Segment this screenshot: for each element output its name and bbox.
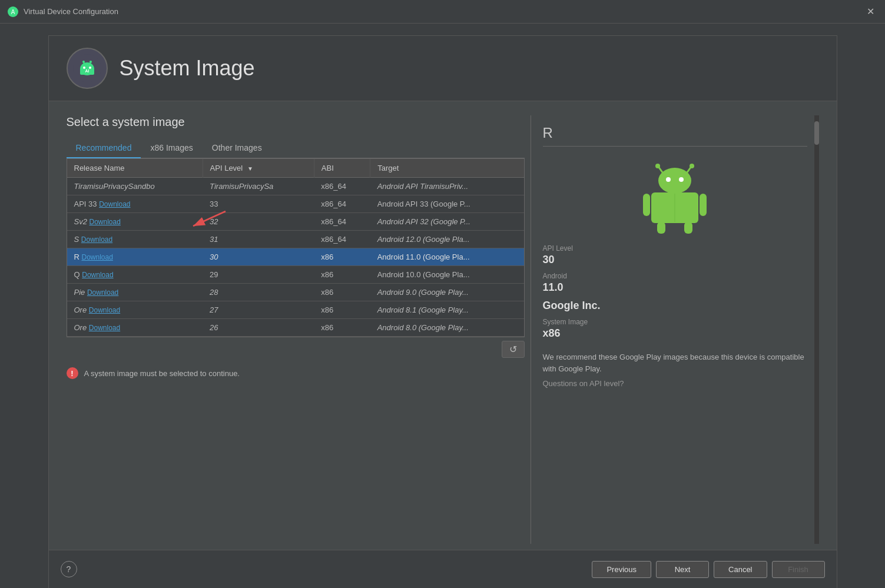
title-bar-left: A Virtual Device Configuration — [7, 6, 118, 18]
svg-point-18 — [658, 168, 691, 194]
cell-target: Android API TiramisuPriv... — [370, 178, 524, 195]
table-row[interactable]: Sv2 Download32x86_64Android API 32 (Goog… — [67, 213, 524, 231]
svg-point-6 — [89, 67, 91, 69]
table-footer: ↺ — [67, 337, 525, 361]
cancel-button[interactable]: Cancel — [714, 561, 767, 578]
api-question-text: Questions on API level? — [543, 379, 807, 388]
download-link[interactable]: Download — [87, 288, 118, 297]
scrollbar-track[interactable] — [814, 115, 819, 544]
close-button[interactable]: ✕ — [863, 5, 878, 18]
android-robot-icon — [639, 158, 710, 235]
svg-rect-23 — [700, 194, 707, 216]
help-button[interactable]: ? — [61, 561, 77, 577]
sort-arrow-icon: ▼ — [247, 165, 253, 172]
title-bar-title: Virtual Device Configuration — [24, 7, 118, 16]
download-link[interactable]: Download — [89, 324, 120, 332]
system-image-label: System Image — [543, 318, 807, 326]
download-link[interactable]: Download — [89, 306, 120, 314]
table-row[interactable]: Pie Download28x86Android 9.0 (Google Pla… — [67, 284, 524, 301]
cell-abi: x86_64 — [314, 213, 370, 231]
cell-release-name: R Download — [67, 248, 203, 266]
cell-target: Android 10.0 (Google Pla... — [370, 266, 524, 284]
system-images-table: Release Name API Level ▼ ABI Target Tira… — [67, 159, 524, 337]
cell-api-level: 33 — [203, 195, 314, 213]
cell-target: Android 8.1 (Google Play... — [370, 301, 524, 319]
cell-release-name: TiramisuPrivacySandbo — [67, 178, 203, 195]
col-abi: ABI — [314, 159, 370, 178]
cell-api-level: 32 — [203, 213, 314, 231]
tab-recommended[interactable]: Recommended — [67, 138, 141, 158]
finish-button[interactable]: Finish — [772, 561, 825, 578]
table-row[interactable]: Ore Download26x86Android 8.0 (Google Pla… — [67, 319, 524, 337]
svg-point-20 — [679, 177, 684, 182]
android-version-section: Android 11.0 — [543, 272, 807, 294]
cell-release-name: Sv2 Download — [67, 213, 203, 231]
table-row[interactable]: Q Download29x86Android 10.0 (Google Pla.… — [67, 266, 524, 284]
table-row[interactable]: TiramisuPrivacySandboTiramisuPrivacySax8… — [67, 178, 524, 195]
cell-release-name: Q Download — [67, 266, 203, 284]
svg-text:AI: AI — [85, 69, 89, 73]
title-bar: A Virtual Device Configuration ✕ — [0, 0, 885, 24]
dialog-content: Select a system image Recommended x86 Im… — [49, 101, 837, 550]
refresh-button[interactable]: ↺ — [502, 341, 525, 358]
svg-rect-24 — [657, 222, 665, 234]
previous-button[interactable]: Previous — [592, 561, 651, 578]
next-button[interactable]: Next — [656, 561, 709, 578]
download-link[interactable]: Download — [99, 200, 130, 208]
table-row[interactable]: S Download31x86_64Android 12.0 (Google P… — [67, 231, 524, 248]
dialog-footer: ? Previous Next Cancel Finish — [49, 550, 837, 588]
cell-api-level: 28 — [203, 284, 314, 301]
selected-release-letter: R — [543, 125, 807, 147]
cell-abi: x86 — [314, 319, 370, 337]
api-level-label: API Level — [543, 244, 807, 253]
table-container: Release Name API Level ▼ ABI Target Tira… — [67, 158, 525, 337]
warning-icon: ! — [67, 367, 78, 379]
avd-icon: AI — [72, 54, 102, 83]
cell-api-level: 30 — [203, 248, 314, 266]
tab-otherimages[interactable]: Other Images — [203, 138, 271, 158]
cell-abi: x86_64 — [314, 231, 370, 248]
system-image-value: x86 — [543, 327, 807, 340]
tab-x86images[interactable]: x86 Images — [141, 138, 202, 158]
table-row[interactable]: API 33 Download33x86_64Android API 33 (G… — [67, 195, 524, 213]
vendor-section: Google Inc. — [543, 300, 807, 312]
cell-api-level: 31 — [203, 231, 314, 248]
scrollbar-thumb[interactable] — [814, 121, 819, 145]
svg-point-16 — [655, 164, 660, 168]
cell-target: Android 8.0 (Google Play... — [370, 319, 524, 337]
tabs-container: Recommended x86 Images Other Images — [67, 138, 525, 158]
col-api-level[interactable]: API Level ▼ — [203, 159, 314, 178]
cell-target: Android 12.0 (Google Pla... — [370, 231, 524, 248]
cell-release-name: Ore Download — [67, 301, 203, 319]
api-level-value: 30 — [543, 254, 807, 266]
dialog-header: AI System Image — [49, 36, 837, 101]
cell-abi: x86 — [314, 284, 370, 301]
table-header-row: Release Name API Level ▼ ABI Target — [67, 159, 524, 178]
android-label: Android — [543, 272, 807, 280]
section-title: Select a system image — [67, 115, 525, 129]
recommend-text: We recommend these Google Play images be… — [543, 351, 807, 374]
svg-rect-22 — [643, 194, 650, 216]
table-row[interactable]: Ore Download27x86Android 8.1 (Google Pla… — [67, 301, 524, 319]
col-target: Target — [370, 159, 524, 178]
android-value: 11.0 — [543, 281, 807, 294]
cell-abi: x86 — [314, 248, 370, 266]
cell-release-name: Ore Download — [67, 319, 203, 337]
col-release-name: Release Name — [67, 159, 203, 178]
cell-api-level: 26 — [203, 319, 314, 337]
cell-release-name: API 33 Download — [67, 195, 203, 213]
cell-abi: x86_64 — [314, 195, 370, 213]
download-link[interactable]: Download — [90, 218, 121, 226]
table-row[interactable]: R Download30x86Android 11.0 (Google Pla.… — [67, 248, 524, 266]
cell-target: Android API 33 (Google P... — [370, 195, 524, 213]
download-link[interactable]: Download — [81, 235, 112, 244]
cell-api-level: 29 — [203, 266, 314, 284]
download-link[interactable]: Download — [82, 253, 113, 261]
cell-abi: x86 — [314, 266, 370, 284]
cell-api-level: 27 — [203, 301, 314, 319]
warning-bar: ! A system image must be selected to con… — [67, 361, 525, 385]
svg-rect-25 — [684, 222, 692, 234]
cell-target: Android 9.0 (Google Play... — [370, 284, 524, 301]
download-link[interactable]: Download — [82, 271, 113, 279]
header-icon: AI — [67, 48, 108, 89]
